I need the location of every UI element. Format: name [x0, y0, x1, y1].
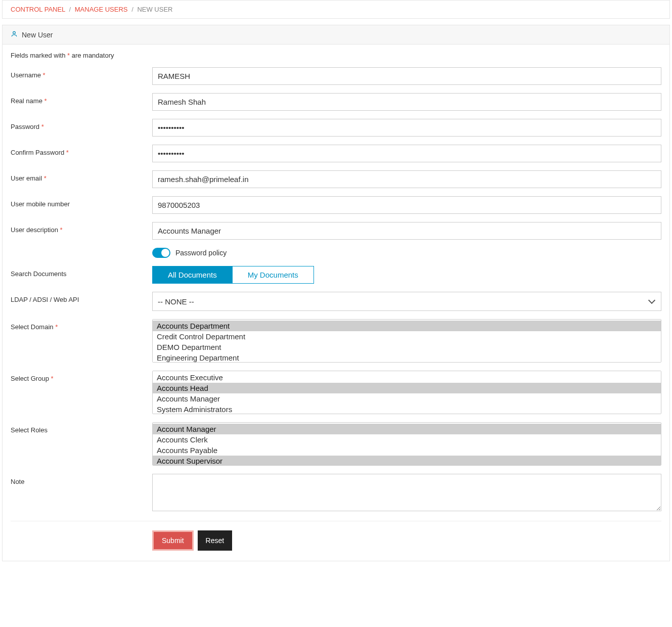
- list-item[interactable]: Account Manager: [153, 424, 661, 434]
- search-documents-segmented: All Documents My Documents: [152, 266, 661, 284]
- label-realname: Real name *: [11, 93, 152, 105]
- mobile-input[interactable]: [152, 196, 661, 214]
- description-input[interactable]: [152, 222, 661, 240]
- list-item[interactable]: Accounts Head: [153, 383, 661, 393]
- user-icon: [11, 30, 18, 39]
- list-item[interactable]: Accounts Clerk: [153, 434, 661, 445]
- label-username: Username *: [11, 67, 152, 79]
- label-mobile: User mobile number: [11, 196, 152, 208]
- realname-input[interactable]: [152, 93, 661, 111]
- roles-select[interactable]: Account ManagerAccounts ClerkAccounts Pa…: [152, 422, 661, 466]
- list-item[interactable]: Account Supervisor: [153, 456, 661, 466]
- submit-button[interactable]: Submit: [152, 530, 194, 551]
- breadcrumb: CONTROL PANEL / MANAGE USERS / NEW USER: [2, 0, 670, 19]
- label-search-documents: Search Documents: [11, 266, 152, 278]
- label-roles: Select Roles: [11, 422, 152, 434]
- list-item[interactable]: Engineering Department: [153, 352, 661, 363]
- label-domain: Select Domain *: [11, 319, 152, 331]
- note-textarea[interactable]: [152, 474, 661, 511]
- label-description: User description *: [11, 222, 152, 234]
- password-input[interactable]: [152, 119, 661, 137]
- label-ldap: LDAP / ADSI / Web API: [11, 292, 152, 303]
- list-item[interactable]: Accounts Manager: [153, 393, 661, 404]
- label-confirm-password: Confirm Password *: [11, 145, 152, 156]
- list-item[interactable]: Accounts Payable: [153, 445, 661, 456]
- panel-title: New User: [22, 31, 53, 39]
- breadcrumb-link-control-panel[interactable]: CONTROL PANEL: [11, 6, 65, 13]
- confirm-password-input[interactable]: [152, 145, 661, 162]
- segment-my-documents[interactable]: My Documents: [232, 266, 314, 284]
- ldap-select[interactable]: -- NONE --: [152, 292, 661, 311]
- label-password: Password *: [11, 119, 152, 130]
- username-input[interactable]: [152, 67, 661, 85]
- label-note: Note: [11, 474, 152, 485]
- new-user-panel: New User Fields marked with * are mandat…: [2, 25, 670, 561]
- list-item[interactable]: Accounts Executive: [153, 372, 661, 383]
- divider: [11, 521, 661, 521]
- mandatory-help-text: Fields marked with * are mandatory: [11, 52, 661, 59]
- breadcrumb-link-manage-users[interactable]: MANAGE USERS: [75, 6, 128, 13]
- group-select[interactable]: Accounts ExecutiveAccounts HeadAccounts …: [152, 371, 661, 414]
- segment-all-documents[interactable]: All Documents: [152, 266, 232, 284]
- list-item[interactable]: System Administrators: [153, 404, 661, 414]
- email-input[interactable]: [152, 170, 661, 188]
- reset-button[interactable]: Reset: [198, 530, 233, 551]
- list-item[interactable]: Accounts Department: [153, 321, 661, 331]
- domain-select[interactable]: Accounts DepartmentCredit Control Depart…: [152, 319, 661, 363]
- label-group: Select Group *: [11, 371, 152, 382]
- list-item[interactable]: Credit Control Department: [153, 331, 661, 342]
- password-policy-label: Password policy: [175, 249, 227, 257]
- list-item[interactable]: DEMO Department: [153, 342, 661, 352]
- breadcrumb-sep: /: [69, 6, 71, 13]
- svg-point-0: [13, 31, 16, 34]
- password-policy-toggle[interactable]: [152, 248, 170, 258]
- panel-header: New User: [3, 25, 669, 44]
- breadcrumb-sep: /: [131, 6, 133, 13]
- label-email: User email *: [11, 170, 152, 182]
- breadcrumb-current: NEW USER: [137, 6, 172, 13]
